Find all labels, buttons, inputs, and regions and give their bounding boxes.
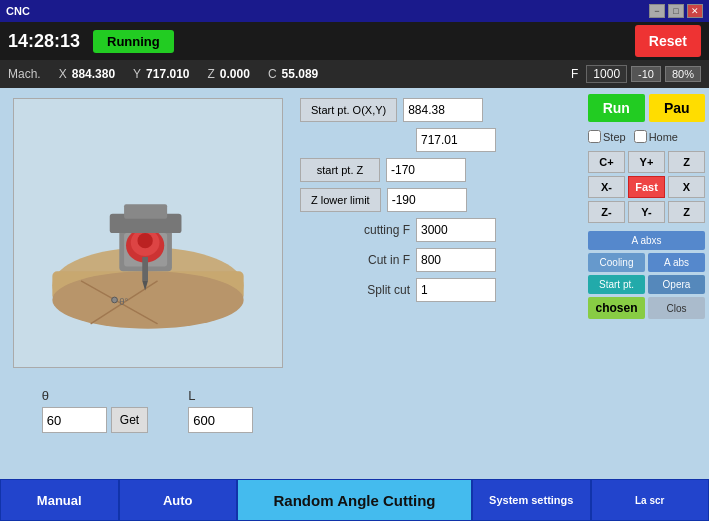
yplus-button[interactable]: Y+ <box>628 151 665 173</box>
mach-label: Mach. <box>8 67 41 81</box>
z-right-button[interactable]: Z <box>668 151 705 173</box>
system-settings-button[interactable]: System settings <box>472 479 591 521</box>
step-checkbox[interactable] <box>588 130 601 143</box>
start-z-button[interactable]: start pt. Z <box>300 158 380 182</box>
window-controls: − □ ✕ <box>649 4 703 18</box>
program-button[interactable]: Random Angle Cutting <box>237 479 472 521</box>
cnc-machine-visual: θ° <box>28 123 268 343</box>
z-lower-row: Z lower limit <box>300 188 579 212</box>
svg-point-5 <box>111 297 117 303</box>
L-label: L <box>188 388 253 403</box>
start-z-row: start pt. Z <box>300 158 579 182</box>
start-pt-button[interactable]: Start pt. O(X,Y) <box>300 98 397 122</box>
time-display: 14:28:13 <box>8 31 83 52</box>
z-lower-input[interactable] <box>387 188 467 212</box>
cutting-f-input[interactable] <box>416 218 496 242</box>
x-coord: X 884.380 <box>59 67 115 81</box>
start-opera-row: Start pt. Opera <box>588 275 705 294</box>
run-button[interactable]: Run <box>588 94 645 122</box>
maximize-button[interactable]: □ <box>668 4 684 18</box>
svg-point-11 <box>137 233 152 248</box>
bottom-params: θ Get L <box>42 388 253 433</box>
f-label: F <box>571 67 578 81</box>
run-pause-row: Run Pau <box>588 94 705 122</box>
c-coord: C 55.089 <box>268 67 318 81</box>
bottom-bar: Manual Auto Random Angle Cutting System … <box>0 479 709 521</box>
z-lower-button[interactable]: Z lower limit <box>300 188 381 212</box>
theta-param: θ Get <box>42 388 148 433</box>
z-coord: Z 0.000 <box>208 67 250 81</box>
running-status-button[interactable]: Running <box>93 30 174 53</box>
main-content: θ° θ Get <box>0 88 709 479</box>
y-coord: Y 717.010 <box>133 67 189 81</box>
app-title: CNC <box>6 5 30 17</box>
side-buttons: A abxs Cooling A abs Start pt. Opera cho… <box>588 231 705 319</box>
left-panel: θ° θ Get <box>0 88 295 479</box>
f-controls: F 1000 -10 80% <box>571 65 701 83</box>
center-panel: Start pt. O(X,Y) start pt. Z Z lower lim… <box>295 88 584 479</box>
direction-grid: C+ Y+ Z X- Fast X Z- Y- Z <box>588 151 705 223</box>
split-cut-row: Split cut <box>300 278 579 302</box>
start-z-input[interactable] <box>386 158 466 182</box>
cplus-button[interactable]: C+ <box>588 151 625 173</box>
pause-button[interactable]: Pau <box>649 94 706 122</box>
close-small-button[interactable]: Clos <box>648 297 705 319</box>
split-cut-input[interactable] <box>416 278 496 302</box>
start-pt2-button[interactable]: Start pt. <box>588 275 645 294</box>
chosen-close-row: chosen Clos <box>588 297 705 319</box>
auto-button[interactable]: Auto <box>119 479 238 521</box>
yminus-button[interactable]: Y- <box>628 201 665 223</box>
xminus-button[interactable]: X- <box>588 176 625 198</box>
get-button[interactable]: Get <box>111 407 148 433</box>
a-abxs-button[interactable]: A abxs <box>588 231 705 250</box>
f-pct-display: 80% <box>665 66 701 82</box>
last-screen-button[interactable]: La scr <box>591 479 710 521</box>
start-pt-y-row <box>300 128 579 152</box>
manual-button[interactable]: Manual <box>0 479 119 521</box>
coordinate-bar: Mach. X 884.380 Y 717.010 Z 0.000 C 55.0… <box>0 60 709 88</box>
zminus-button[interactable]: Z- <box>588 201 625 223</box>
title-bar: CNC − □ ✕ <box>0 0 709 22</box>
opera-button[interactable]: Opera <box>648 275 705 294</box>
start-pt-x-input[interactable] <box>403 98 483 122</box>
close-button[interactable]: ✕ <box>687 4 703 18</box>
svg-rect-15 <box>124 204 167 218</box>
chosen-button[interactable]: chosen <box>588 297 645 319</box>
step-checkbox-label[interactable]: Step <box>588 130 626 143</box>
start-pt-y-input[interactable] <box>416 128 496 152</box>
step-home-row: Step Home <box>588 130 705 143</box>
cooling-abs-row: Cooling A abs <box>588 253 705 272</box>
start-pt-row: Start pt. O(X,Y) <box>300 98 579 122</box>
split-cut-label: Split cut <box>300 283 410 297</box>
cut-in-f-row: Cut in F <box>300 248 579 272</box>
cutting-f-label: cutting F <box>300 223 410 237</box>
svg-rect-12 <box>142 257 148 281</box>
cooling-button[interactable]: Cooling <box>588 253 645 272</box>
cutting-f-row: cutting F <box>300 218 579 242</box>
right-panel: Run Pau Step Home C+ Y+ Z X- Fast X Z- Y… <box>584 88 709 479</box>
a-abs-button[interactable]: A abs <box>648 253 705 272</box>
home-checkbox[interactable] <box>634 130 647 143</box>
f-minus10-button[interactable]: -10 <box>631 66 661 82</box>
z-bottom-button[interactable]: Z <box>668 201 705 223</box>
L-param: L <box>188 388 253 433</box>
L-input[interactable] <box>188 407 253 433</box>
cut-in-f-label: Cut in F <box>300 253 410 267</box>
f-value: 1000 <box>586 65 627 83</box>
home-checkbox-label[interactable]: Home <box>634 130 678 143</box>
svg-text:θ°: θ° <box>119 296 128 307</box>
status-bar: 14:28:13 Running Reset <box>0 22 709 60</box>
theta-label: θ <box>42 388 148 403</box>
x-right-button[interactable]: X <box>668 176 705 198</box>
minimize-button[interactable]: − <box>649 4 665 18</box>
reset-button[interactable]: Reset <box>635 25 701 57</box>
cnc-canvas: θ° <box>13 98 283 368</box>
fast-button[interactable]: Fast <box>628 176 665 198</box>
theta-input[interactable] <box>42 407 107 433</box>
cut-in-f-input[interactable] <box>416 248 496 272</box>
